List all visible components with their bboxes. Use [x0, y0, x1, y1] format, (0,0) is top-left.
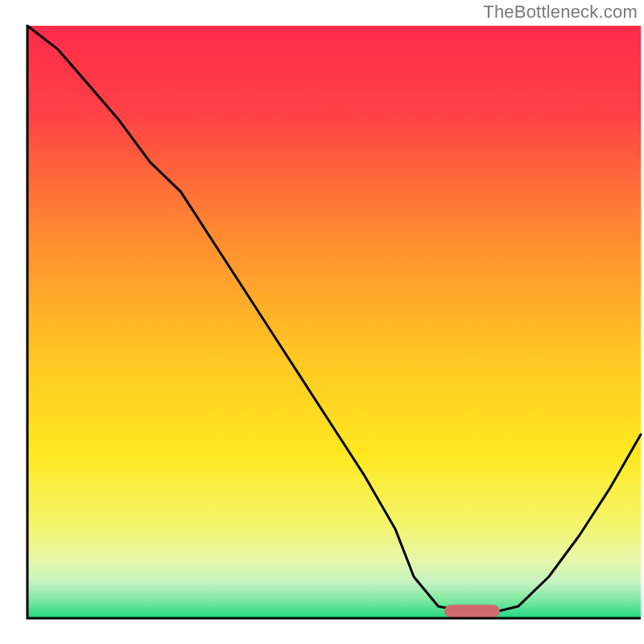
chart-gradient-bg: [27, 26, 641, 618]
chart-svg: [0, 0, 644, 644]
bottleneck-chart: [0, 0, 644, 644]
watermark-label: TheBottleneck.com: [483, 2, 638, 23]
optimum-marker: [444, 605, 500, 617]
